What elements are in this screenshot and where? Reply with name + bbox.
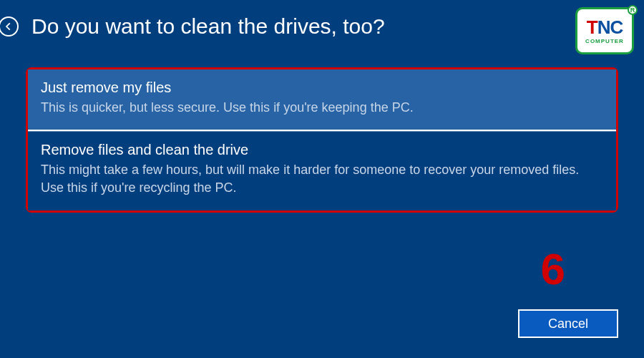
registered-icon: R [628,5,638,15]
option-title: Remove files and clean the drive [41,142,603,158]
option-description: This might take a few hours, but will ma… [41,161,603,197]
option-title: Just remove my files [41,79,603,96]
back-icon[interactable] [0,16,19,37]
watermark-subtitle: COMPUTER [585,38,624,44]
options-highlight-box: Just remove my files This is quicker, bu… [26,67,618,213]
option-remove-and-clean[interactable]: Remove files and clean the drive This mi… [28,131,616,210]
step-number-annotation: 6 [541,243,565,294]
watermark-logo: R TNC COMPUTER [575,7,634,54]
watermark-brand: TNC [587,18,623,37]
option-just-remove-files[interactable]: Just remove my files This is quicker, bu… [28,69,616,131]
option-description: This is quicker, but less secure. Use th… [41,99,603,117]
dialog-header: Do you want to clean the drives, too? [0,0,644,39]
dialog-title: Do you want to clean the drives, too? [31,14,385,39]
cancel-button[interactable]: Cancel [518,309,618,338]
